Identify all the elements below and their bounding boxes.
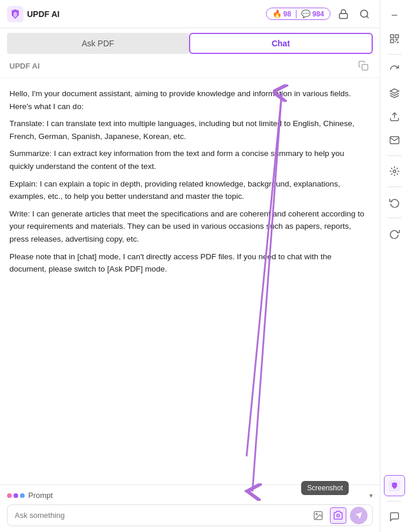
ai-header: UPDF AI (0, 54, 380, 78)
sidebar-undo-button[interactable] (384, 192, 405, 213)
svg-point-5 (316, 513, 317, 514)
chat-message-1: Hello, I'm your document assistant, aimi… (9, 87, 370, 113)
counter-badge[interactable]: 🔥 98 💬 984 (266, 8, 331, 20)
svg-rect-9 (395, 35, 398, 38)
chevron-down-icon[interactable]: ▾ (369, 492, 373, 500)
prompt-left: Prompt (7, 491, 53, 500)
chat-message-2: Translate: I can translate text into mul… (9, 117, 370, 143)
send-button[interactable] (350, 507, 367, 524)
fire-icon: 🔥 (272, 9, 282, 18)
top-bar: UPDF AI 🔥 98 💬 984 (0, 0, 380, 28)
chat-message-6: Please note that in [chat] mode, I can't… (9, 250, 370, 276)
sidebar-rotate-button[interactable] (384, 59, 405, 80)
sidebar-divider-4 (387, 218, 402, 218)
input-actions (310, 507, 372, 524)
svg-point-2 (360, 10, 367, 17)
sidebar-redo-button[interactable] (384, 223, 405, 244)
tab-bar: Ask PDF Chat (0, 28, 380, 54)
prompt-label: Prompt (28, 491, 53, 500)
sidebar-mail-button[interactable] (384, 130, 405, 151)
chat-content: Hello, I'm your document assistant, aimi… (0, 78, 380, 484)
chat-message-5: Write: I can generate articles that meet… (9, 208, 370, 246)
screenshot-tooltip: Screenshot (301, 481, 349, 495)
bottom-area: Prompt ▾ Screenshot (0, 484, 380, 532)
sidebar-upload-button[interactable] (384, 106, 405, 127)
dot-blue (20, 493, 25, 498)
chat-message-3: Summarize: I can extract key information… (9, 147, 370, 172)
input-row: Screenshot (7, 504, 373, 526)
tab-chat[interactable]: Chat (189, 33, 373, 54)
dot-purple (14, 493, 18, 498)
svg-rect-10 (390, 40, 393, 43)
svg-point-6 (337, 514, 340, 517)
sidebar-watermark-button[interactable] (384, 83, 405, 104)
sidebar-save-button[interactable] (384, 161, 405, 182)
search-icon-btn[interactable] (356, 6, 373, 22)
chat-counter: 💬 984 (301, 9, 324, 18)
copy-button[interactable] (356, 59, 370, 73)
ai-header-title: UPDF AI (9, 62, 40, 70)
sidebar-ocr-button[interactable] (384, 28, 405, 49)
ask-input[interactable] (8, 505, 310, 526)
sidebar-comment-button[interactable] (384, 506, 405, 527)
prompt-dots (7, 493, 25, 498)
sidebar-divider-1 (387, 54, 402, 55)
chat-message-4: Explain: I can explain a topic in depth,… (9, 178, 370, 203)
logo-text: UPDF AI (27, 9, 59, 19)
screenshot-button[interactable] (330, 507, 346, 524)
lock-icon-btn[interactable] (335, 6, 352, 22)
sidebar-divider-3 (387, 187, 402, 187)
svg-rect-1 (339, 13, 348, 18)
chat-bubble-icon: 💬 (301, 9, 311, 18)
svg-point-12 (393, 170, 396, 173)
svg-rect-3 (362, 65, 368, 70)
sidebar-divider-5 (387, 501, 402, 501)
updf-logo-icon (7, 6, 23, 22)
right-sidebar (380, 0, 408, 532)
top-bar-right: 🔥 98 💬 984 (266, 6, 373, 22)
svg-rect-8 (390, 35, 393, 38)
fire-counter: 🔥 98 (272, 9, 291, 18)
image-upload-button[interactable] (310, 507, 326, 524)
badge-divider (296, 10, 296, 18)
sidebar-ai-button[interactable] (384, 475, 405, 496)
tab-ask-pdf[interactable]: Ask PDF (7, 33, 189, 54)
dot-pink (7, 493, 12, 498)
sidebar-divider-2 (387, 155, 402, 156)
logo-area: UPDF AI (7, 6, 59, 22)
sidebar-minus-top[interactable] (384, 5, 405, 26)
